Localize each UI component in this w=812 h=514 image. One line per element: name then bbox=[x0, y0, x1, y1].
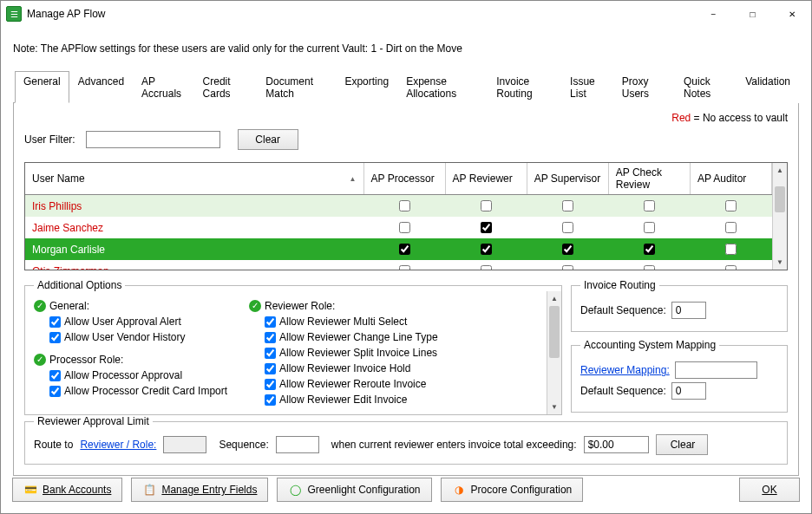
role-checkbox[interactable] bbox=[481, 265, 492, 270]
role-checkbox[interactable] bbox=[725, 265, 737, 270]
table-row[interactable]: Jaime Sanchez bbox=[25, 217, 772, 238]
col-user-name[interactable]: User Name▲ bbox=[25, 163, 363, 195]
greenlight-config-button[interactable]: ◯ Greenlight Configuration bbox=[277, 478, 431, 502]
col-ap-auditor[interactable]: AP Auditor bbox=[690, 163, 771, 195]
manage-entry-fields-button[interactable]: 📋 Manage Entry Fields bbox=[131, 478, 268, 502]
scroll-down-icon[interactable]: ▼ bbox=[773, 255, 787, 270]
tab-issue-list[interactable]: Issue List bbox=[561, 71, 613, 103]
sequence-input[interactable] bbox=[276, 436, 319, 453]
col-ap-check-review[interactable]: AP Check Review bbox=[608, 163, 690, 195]
opt-allow-processor-approval[interactable]: Allow Processor Approval bbox=[49, 369, 233, 381]
greenlight-icon: ◯ bbox=[288, 483, 302, 497]
scroll-up-icon[interactable]: ▲ bbox=[773, 163, 787, 178]
check-circle-icon: ✓ bbox=[249, 300, 261, 312]
opt-allow-processor-cc-import[interactable]: Allow Processor Credit Card Import bbox=[49, 385, 233, 397]
reviewer-role-input[interactable] bbox=[163, 436, 206, 453]
accounting-mapping-legend: Accounting System Mapping bbox=[580, 339, 719, 351]
tab-exporting[interactable]: Exporting bbox=[336, 71, 397, 103]
role-checkbox[interactable] bbox=[481, 200, 492, 211]
scroll-down-icon[interactable]: ▼ bbox=[547, 400, 561, 414]
cell-checkbox bbox=[445, 238, 527, 260]
tab-validation[interactable]: Validation bbox=[737, 71, 799, 103]
grid-scrollbar[interactable]: ▲ ▼ bbox=[772, 163, 787, 270]
procore-config-button[interactable]: ◑ Procore Configuration bbox=[441, 478, 584, 502]
role-checkbox[interactable] bbox=[399, 222, 410, 233]
tab-credit-cards[interactable]: Credit Cards bbox=[194, 71, 258, 103]
tab-ap-accruals[interactable]: AP Accruals bbox=[133, 71, 194, 103]
col-ap-reviewer[interactable]: AP Reviewer bbox=[445, 163, 527, 195]
cell-checkbox bbox=[445, 217, 527, 238]
cell-checkbox bbox=[608, 195, 690, 218]
invoice-routing-group: Invoice Routing Default Sequence: bbox=[571, 279, 788, 332]
role-checkbox[interactable] bbox=[399, 244, 410, 255]
opt-rev-5[interactable]: Allow Reviewer Edit Invoice bbox=[265, 394, 438, 406]
tab-general[interactable]: General bbox=[15, 71, 69, 103]
cell-checkbox bbox=[608, 260, 690, 270]
user-filter-input[interactable] bbox=[86, 131, 220, 148]
tab-document-match[interactable]: Document Match bbox=[257, 71, 336, 103]
opt-allow-user-approval-alert[interactable]: Allow User Approval Alert bbox=[49, 316, 233, 328]
opt-allow-user-vendor-history[interactable]: Allow User Vendor History bbox=[49, 331, 233, 343]
cell-checkbox bbox=[608, 217, 690, 238]
legend-red-desc: = No access to vault bbox=[691, 112, 788, 124]
user-filter-clear-button[interactable]: Clear bbox=[238, 129, 298, 150]
opt-rev-2[interactable]: Allow Reviewer Split Invoice Lines bbox=[265, 347, 438, 359]
mapping-default-seq-input[interactable] bbox=[671, 382, 706, 400]
close-button[interactable]: ✕ bbox=[772, 1, 811, 27]
tab-advanced[interactable]: Advanced bbox=[69, 71, 133, 103]
tab-expense-allocations[interactable]: Expense Allocations bbox=[397, 71, 488, 103]
opt-rev-1[interactable]: Allow Reviewer Change Line Type bbox=[265, 331, 438, 343]
col-ap-processor[interactable]: AP Processor bbox=[363, 163, 445, 195]
role-checkbox[interactable] bbox=[725, 244, 737, 255]
role-checkbox[interactable] bbox=[562, 244, 573, 255]
role-checkbox[interactable] bbox=[481, 222, 492, 233]
cell-checkbox bbox=[527, 238, 608, 260]
reviewer-mapping-link[interactable]: Reviewer Mapping: bbox=[580, 364, 670, 376]
scroll-thumb[interactable] bbox=[775, 186, 785, 212]
user-filter-row: User Filter: Clear bbox=[24, 129, 788, 150]
tab-quick-notes[interactable]: Quick Notes bbox=[675, 71, 737, 103]
table-row[interactable]: Otis Zimmerman bbox=[25, 260, 772, 270]
opt-rev-4[interactable]: Allow Reviewer Reroute Invoice bbox=[265, 378, 438, 390]
maximize-button[interactable]: □ bbox=[733, 1, 772, 27]
role-checkbox[interactable] bbox=[725, 222, 737, 233]
tab-invoice-routing[interactable]: Invoice Routing bbox=[488, 71, 561, 103]
reviewer-mapping-input[interactable] bbox=[675, 361, 757, 379]
role-checkbox[interactable] bbox=[644, 222, 655, 233]
legend-red-word: Red bbox=[671, 112, 691, 124]
reviewer-role-link[interactable]: Reviewer / Role: bbox=[80, 439, 156, 451]
legend: Red = No access to vault bbox=[24, 112, 788, 124]
col-ap-supervisor[interactable]: AP Supervisor bbox=[527, 163, 608, 195]
opt-rev-3[interactable]: Allow Reviewer Invoice Hold bbox=[265, 362, 438, 374]
role-checkbox[interactable] bbox=[399, 265, 410, 270]
role-checkbox[interactable] bbox=[562, 222, 573, 233]
table-row[interactable]: Morgan Carlisle bbox=[25, 238, 772, 260]
scroll-up-icon[interactable]: ▲ bbox=[547, 291, 561, 306]
opt-rev-0[interactable]: Allow Reviewer Multi Select bbox=[265, 316, 438, 328]
bank-accounts-button[interactable]: 💳 Bank Accounts bbox=[12, 478, 122, 502]
bank-icon: 💳 bbox=[23, 483, 37, 497]
role-checkbox[interactable] bbox=[562, 200, 573, 211]
amount-input[interactable] bbox=[584, 436, 649, 453]
footer: 💳 Bank Accounts 📋 Manage Entry Fields ◯ … bbox=[12, 478, 800, 502]
invoice-default-seq-input[interactable] bbox=[671, 302, 706, 319]
accounting-mapping-group: Accounting System Mapping Reviewer Mappi… bbox=[571, 339, 788, 413]
role-checkbox[interactable] bbox=[399, 200, 410, 211]
minimize-button[interactable]: − bbox=[694, 1, 733, 27]
scroll-thumb[interactable] bbox=[549, 306, 560, 358]
role-checkbox[interactable] bbox=[481, 244, 492, 255]
grid-header-row: User Name▲ AP Processor AP Reviewer AP S… bbox=[25, 163, 772, 195]
rev-limit-clear-button[interactable]: Clear bbox=[656, 434, 708, 455]
role-checkbox[interactable] bbox=[644, 265, 655, 270]
additional-options-scrollbar[interactable]: ▲ ▼ bbox=[547, 291, 561, 414]
tab-proxy-users[interactable]: Proxy Users bbox=[613, 71, 675, 103]
reviewer-section-header: ✓ Reviewer Role: bbox=[249, 300, 438, 312]
role-checkbox[interactable] bbox=[644, 200, 655, 211]
role-checkbox[interactable] bbox=[725, 200, 737, 211]
role-checkbox[interactable] bbox=[644, 244, 655, 255]
cell-checkbox bbox=[363, 217, 445, 238]
tabs: General Advanced AP Accruals Credit Card… bbox=[13, 70, 799, 103]
table-row[interactable]: Iris Phillips bbox=[25, 195, 772, 218]
ok-button[interactable]: OK bbox=[739, 478, 800, 502]
role-checkbox[interactable] bbox=[562, 265, 573, 270]
